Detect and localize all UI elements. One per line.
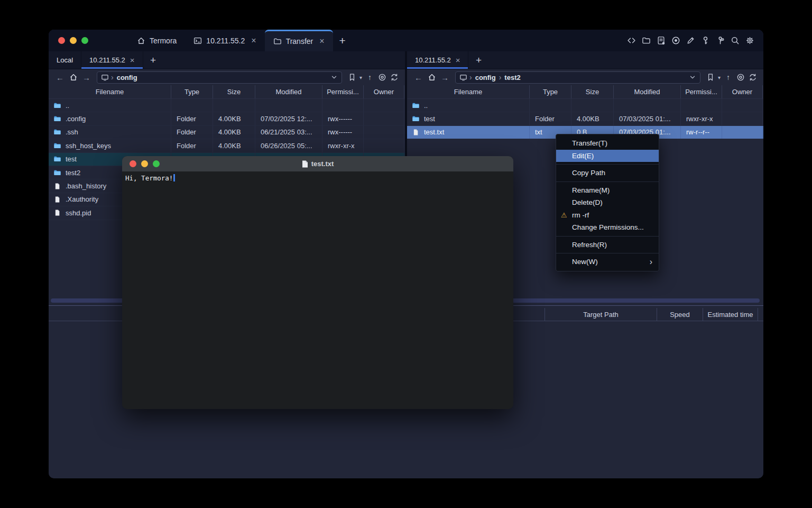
pane-tab-10-211-55-2[interactable]: 10.211.55.2×	[81, 51, 143, 69]
path-bar[interactable]: ›config	[97, 71, 342, 84]
column-header[interactable]: Filename	[49, 85, 171, 98]
back-button[interactable]: ←	[412, 71, 425, 84]
menu-item-edit-e[interactable]: Edit(E)	[556, 150, 659, 162]
transfer-column-header[interactable]: Speed	[657, 308, 703, 321]
key-icon[interactable]	[701, 36, 710, 45]
keychain-icon[interactable]	[716, 36, 725, 45]
menu-item-copy-path[interactable]: Copy Path	[556, 167, 659, 179]
close-icon[interactable]: ×	[456, 56, 460, 64]
filename-text: ssh_host_keys	[66, 142, 111, 150]
menu-item-refresh-r[interactable]: Refresh(R)	[556, 239, 659, 251]
filename-text: test	[424, 115, 435, 123]
chevron-down-icon[interactable]	[330, 74, 338, 81]
close-icon[interactable]: ×	[251, 37, 256, 45]
column-header[interactable]: Owner	[364, 85, 404, 98]
editor-titlebar[interactable]: test.txt	[122, 156, 513, 171]
show-hidden-button[interactable]	[734, 71, 746, 84]
permissions-cell: rwxr-xr-x	[681, 112, 722, 125]
menu-item-rm-rf[interactable]: ⚠rm -rf	[556, 209, 659, 222]
table-row[interactable]: ssh_host_keysFolder4.00KB06/26/2025 05:.…	[49, 139, 405, 152]
column-header[interactable]: Type	[530, 85, 571, 98]
computer-icon	[101, 74, 109, 81]
home-button[interactable]	[67, 71, 80, 84]
column-header[interactable]: Type	[171, 85, 213, 98]
column-header[interactable]: Permissi...	[681, 85, 722, 98]
home-icon	[137, 37, 145, 45]
close-window-button[interactable]	[58, 37, 65, 44]
show-hidden-button[interactable]	[376, 71, 388, 84]
forward-button[interactable]: →	[80, 71, 93, 84]
refresh-button[interactable]	[388, 71, 400, 84]
menu-item-label: New(W)	[572, 258, 598, 266]
tab-termora[interactable]: Termora	[128, 30, 185, 51]
forward-button[interactable]: →	[438, 71, 451, 84]
column-header[interactable]: Owner	[722, 85, 763, 98]
record-icon[interactable]	[671, 36, 680, 45]
menu-item-delete-d[interactable]: Delete(D)	[556, 196, 659, 209]
column-header[interactable]: Modified	[614, 85, 681, 98]
menu-item-change-permissions[interactable]: Change Permissions...	[556, 221, 659, 234]
chevron-down-icon[interactable]	[689, 74, 696, 81]
table-row[interactable]: .sshFolder4.00KB06/21/2025 03:...rwx----…	[49, 126, 405, 139]
new-tab-button[interactable]: +	[143, 51, 163, 69]
permissions-cell	[322, 99, 364, 112]
pane-tab-10-211-55-2[interactable]: 10.211.55.2×	[407, 51, 468, 69]
transfer-column-header[interactable]: Target Path	[545, 308, 657, 321]
table-row[interactable]: ..	[407, 99, 763, 112]
caret-down-icon[interactable]: ▾	[358, 75, 364, 80]
pane-tab-local[interactable]: Local	[49, 51, 81, 69]
table-row[interactable]: .configFolder4.00KB07/02/2025 12:...rwx-…	[49, 112, 405, 125]
new-tab-button[interactable]: +	[468, 51, 488, 69]
table-row[interactable]: ..	[49, 99, 405, 112]
bookmark-button[interactable]	[704, 71, 716, 84]
transfer-column-header[interactable]: Estimated time	[703, 308, 758, 321]
size-cell	[571, 99, 614, 112]
bookmark-button[interactable]	[346, 71, 358, 84]
minimize-window-button[interactable]	[141, 160, 148, 167]
search-icon[interactable]	[731, 36, 740, 45]
edit-icon[interactable]	[686, 36, 695, 45]
tab-transfer[interactable]: Transfer ×	[265, 30, 333, 51]
new-tab-button[interactable]: +	[333, 30, 352, 51]
close-icon[interactable]: ×	[319, 37, 324, 46]
folder-icon	[53, 128, 61, 136]
filename-cell: ..	[49, 99, 171, 112]
settings-icon[interactable]	[745, 36, 754, 45]
upload-button[interactable]: ↑	[364, 71, 376, 84]
column-header[interactable]: Size	[571, 85, 614, 98]
path-segment[interactable]: config	[475, 74, 496, 81]
table-header: FilenameTypeSizeModifiedPermissi...Owner	[49, 85, 405, 99]
table-row[interactable]: testFolder4.00KB07/03/2025 01:...rwxr-xr…	[407, 112, 763, 125]
code-icon[interactable]	[627, 36, 636, 45]
chevron-right-icon: ›	[468, 73, 473, 81]
tab-host[interactable]: 10.211.55.2 ×	[185, 30, 264, 51]
path-segment[interactable]: test2	[504, 74, 520, 81]
editor-content[interactable]: Hi, Termora!	[122, 171, 513, 185]
folder-icon	[411, 115, 420, 123]
close-window-button[interactable]	[130, 160, 136, 167]
path-bar[interactable]: ›config›test2	[455, 71, 700, 84]
path-segment[interactable]: config	[117, 74, 137, 81]
zoom-window-button[interactable]	[81, 37, 88, 44]
folder-icon[interactable]	[642, 36, 651, 45]
caret-down-icon[interactable]: ▾	[716, 75, 722, 80]
log-icon[interactable]	[657, 36, 666, 45]
close-icon[interactable]: ×	[130, 56, 135, 64]
size-cell	[213, 99, 255, 112]
file-icon	[53, 196, 61, 203]
permissions-cell: rwxr-xr-x	[322, 139, 364, 152]
column-header[interactable]: Permissi...	[322, 85, 364, 98]
home-button[interactable]	[425, 71, 438, 84]
menu-item-new-w[interactable]: New(W)›	[556, 256, 659, 268]
menu-item-label: Delete(D)	[572, 198, 603, 206]
back-button[interactable]: ←	[53, 71, 67, 84]
column-header[interactable]: Size	[213, 85, 255, 98]
menu-item-rename-m[interactable]: Rename(M)	[556, 184, 659, 197]
column-header[interactable]: Modified	[255, 85, 322, 98]
minimize-window-button[interactable]	[70, 37, 77, 44]
zoom-window-button[interactable]	[153, 160, 160, 167]
refresh-button[interactable]	[746, 71, 759, 84]
column-header[interactable]: Filename	[407, 85, 530, 98]
menu-item-transfer-t[interactable]: Transfer(T)	[556, 137, 659, 150]
upload-button[interactable]: ↑	[722, 71, 734, 84]
